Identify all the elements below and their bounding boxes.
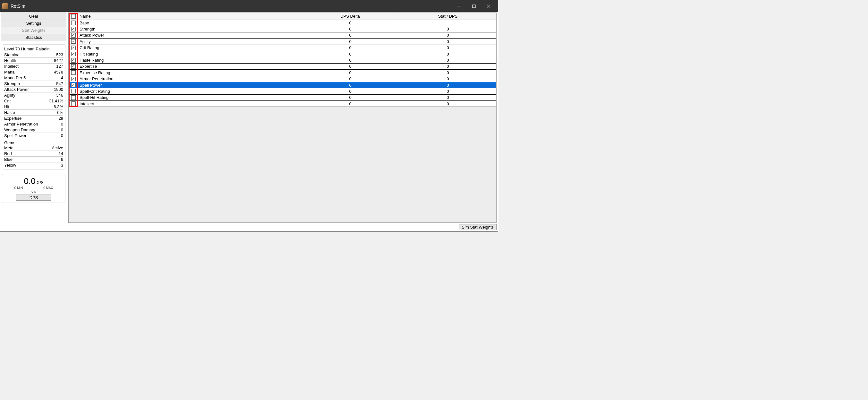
minimize-button[interactable] <box>452 0 466 12</box>
header-name[interactable]: Name <box>78 14 301 19</box>
stat-row: Agility346 <box>4 92 63 98</box>
row-stat: 0 <box>399 39 496 44</box>
stat-label: Mana <box>4 70 15 75</box>
titlebar: RetSim <box>0 0 498 12</box>
row-stat: 0 <box>399 45 496 50</box>
gem-value: 3 <box>61 163 63 168</box>
grid-row[interactable]: Attack Power00 <box>69 32 496 38</box>
sim-stat-weights-button[interactable]: Sim Stat Weights <box>459 224 497 230</box>
row-name: Spell Power <box>78 83 301 88</box>
stat-label: Crit <box>4 98 10 103</box>
main-area: NameDPS DeltaStat / DPSBase0Strength00At… <box>67 12 498 231</box>
row-checkbox[interactable] <box>71 33 76 37</box>
row-checkbox[interactable] <box>71 58 76 63</box>
row-delta: 0 <box>301 64 399 69</box>
grid-row[interactable]: Hit Rating00 <box>69 51 496 57</box>
row-checkbox[interactable] <box>71 70 76 75</box>
nav-item-gear[interactable]: Gear <box>1 13 66 20</box>
row-checkbox[interactable] <box>71 83 76 87</box>
app-window: RetSim GearSettingsStat WeightsStatistic… <box>0 0 498 232</box>
row-stat: 0 <box>399 58 496 63</box>
header-checkbox[interactable] <box>71 14 76 19</box>
stat-label: Armor Penetration <box>4 122 38 126</box>
row-name: Spell-Crit Rating <box>78 89 301 94</box>
grid-row[interactable]: Intellect00 <box>69 101 496 107</box>
stat-row: Stamina523 <box>4 52 63 58</box>
row-delta: 0 <box>301 33 399 37</box>
row-checkbox[interactable] <box>71 52 76 56</box>
grid-row[interactable]: Spell-Hit Rating00 <box>69 95 496 101</box>
nav-item-settings[interactable]: Settings <box>1 20 66 27</box>
stat-value: 4578 <box>54 70 63 75</box>
row-delta: 0 <box>301 27 399 31</box>
stat-label: Spell Power <box>4 133 26 138</box>
stat-value: 0 <box>61 122 63 126</box>
grid-row[interactable]: Haste Rating00 <box>69 57 496 63</box>
gem-value: Active <box>52 145 63 150</box>
nav-item-statistics[interactable]: Statistics <box>1 34 66 41</box>
stat-row: Strength547 <box>4 81 63 87</box>
svg-rect-1 <box>472 5 475 8</box>
row-checkbox[interactable] <box>71 89 76 93</box>
row-checkbox[interactable] <box>71 95 76 100</box>
row-delta: 0 <box>301 89 399 94</box>
row-checkbox[interactable] <box>71 102 76 106</box>
grid-row[interactable]: Expertise Rating00 <box>69 70 496 76</box>
row-checkbox[interactable] <box>71 21 76 25</box>
grid-row[interactable]: Agility00 <box>69 38 496 45</box>
row-name: Agility <box>78 39 301 44</box>
row-delta: 0 <box>301 45 399 50</box>
row-name: Expertise <box>78 64 301 69</box>
row-name: Attack Power <box>78 33 301 37</box>
stat-row: Attack Power1900 <box>4 87 63 92</box>
stat-label: Haste <box>4 110 15 115</box>
sidebar: GearSettingsStat WeightsStatistics Level… <box>0 12 67 231</box>
row-delta: 0 <box>301 21 399 25</box>
row-delta: 0 <box>301 70 399 75</box>
row-name: Spell-Hit Rating <box>78 95 301 100</box>
stat-label: Weapon Damage <box>4 127 37 132</box>
gem-label: Blue <box>4 157 12 162</box>
gem-row: MetaActive <box>4 145 63 151</box>
gem-label: Red <box>4 151 12 156</box>
grid-row[interactable]: Spell Power00 <box>69 82 496 88</box>
row-checkbox[interactable] <box>71 46 76 50</box>
row-name: Strength <box>78 27 301 31</box>
grid-row[interactable]: Base0 <box>69 20 496 26</box>
row-checkbox[interactable] <box>71 77 76 81</box>
row-checkbox[interactable] <box>71 39 76 44</box>
dps-min: 0 MIN <box>14 186 23 190</box>
grid-row[interactable]: Expertise00 <box>69 63 496 70</box>
row-checkbox[interactable] <box>71 64 76 69</box>
gem-row: Red14 <box>4 151 63 157</box>
row-stat: 0 <box>399 95 496 100</box>
stat-row: Mana Per 54 <box>4 75 63 81</box>
dps-button[interactable]: DPS <box>16 195 51 201</box>
row-stat: 0 <box>399 27 496 31</box>
stat-row: Spell Power0 <box>4 133 63 138</box>
grid-row[interactable]: Crit Rating00 <box>69 45 496 51</box>
row-name: Armor Penetration <box>78 77 301 81</box>
character-title: Level 70 Human Paladin <box>4 47 63 51</box>
row-checkbox[interactable] <box>71 27 76 31</box>
close-button[interactable] <box>481 0 496 12</box>
grid-row[interactable]: Strength00 <box>69 26 496 32</box>
stat-row: Intellect127 <box>4 63 63 69</box>
nav-item-stat-weights[interactable]: Stat Weights <box>1 27 66 34</box>
row-name: Base <box>78 21 301 25</box>
gem-label: Yellow <box>4 163 16 168</box>
maximize-button[interactable] <box>466 0 481 12</box>
row-stat: 0 <box>399 33 496 37</box>
stat-value: 29 <box>59 116 63 121</box>
gem-row: Blue6 <box>4 157 63 163</box>
row-name: Hit Rating <box>78 52 301 57</box>
stat-label: Intellect <box>4 64 19 69</box>
header-delta[interactable]: DPS Delta <box>301 14 399 19</box>
row-name: Crit Rating <box>78 45 301 50</box>
dps-number: 0.0 <box>24 176 36 186</box>
header-stat[interactable]: Stat / DPS <box>399 14 496 19</box>
row-delta: 0 <box>301 39 399 44</box>
grid-row[interactable]: Spell-Crit Rating00 <box>69 88 496 94</box>
grid-row[interactable]: Armor Penetration00 <box>69 76 496 82</box>
stat-value: 4 <box>61 76 63 80</box>
